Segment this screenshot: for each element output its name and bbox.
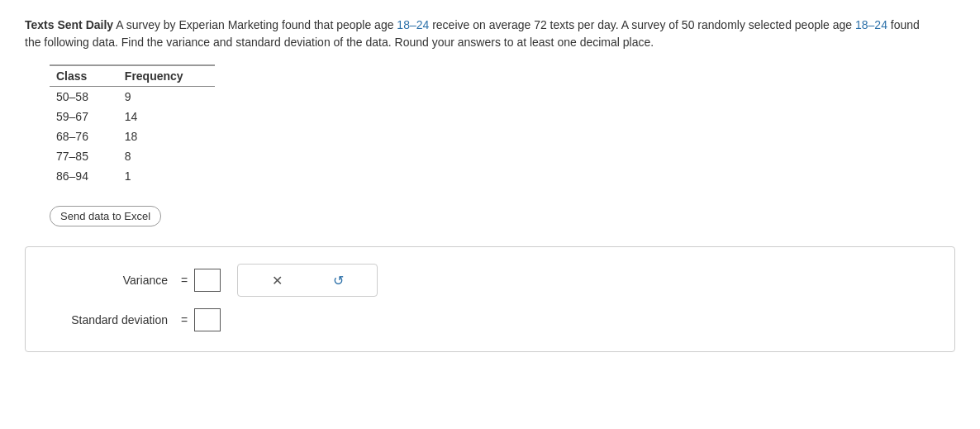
- table-row: 68–76 18: [50, 126, 215, 146]
- class-cell: 86–94: [50, 166, 118, 186]
- frequency-column-header: Frequency: [118, 65, 215, 87]
- std-dev-input[interactable]: [194, 308, 221, 331]
- variance-equals: =: [174, 274, 194, 287]
- data-table-container: Class Frequency 50–58 9 59–67 14 68–76 1…: [50, 64, 955, 186]
- variance-input[interactable]: [194, 269, 221, 292]
- std-dev-label: Standard deviation: [50, 313, 174, 327]
- intro-title: Texts Sent Daily: [25, 18, 113, 31]
- variance-feedback-box: ✕ ↺: [237, 264, 378, 297]
- undo-icon[interactable]: ↺: [333, 273, 344, 288]
- frequency-cell: 14: [118, 107, 215, 126]
- send-excel-button[interactable]: Send data to Excel: [50, 206, 161, 226]
- age-range-1: 18–24: [397, 18, 429, 31]
- std-dev-row: Standard deviation =: [50, 308, 930, 331]
- table-row: 77–85 8: [50, 146, 215, 166]
- intro-paragraph: Texts Sent Daily A survey by Experian Ma…: [25, 17, 934, 51]
- table-row: 50–58 9: [50, 87, 215, 107]
- table-row: 86–94 1: [50, 166, 215, 186]
- frequency-cell: 1: [118, 166, 215, 186]
- std-dev-equals: =: [174, 313, 194, 327]
- table-row: 59–67 14: [50, 107, 215, 126]
- frequency-cell: 18: [118, 126, 215, 146]
- class-cell: 50–58: [50, 87, 118, 107]
- x-icon[interactable]: ✕: [272, 273, 283, 288]
- intro-body: A survey by Experian Marketing found tha…: [25, 18, 920, 49]
- answer-box: Variance = ✕ ↺ Standard deviation =: [25, 246, 955, 352]
- age-range-2: 18–24: [855, 18, 887, 31]
- variance-label: Variance: [50, 274, 174, 287]
- frequency-cell: 8: [118, 146, 215, 166]
- class-cell: 77–85: [50, 146, 118, 166]
- class-column-header: Class: [50, 65, 118, 87]
- class-cell: 59–67: [50, 107, 118, 126]
- variance-row: Variance = ✕ ↺: [50, 264, 930, 297]
- class-cell: 68–76: [50, 126, 118, 146]
- frequency-table: Class Frequency 50–58 9 59–67 14 68–76 1…: [50, 64, 215, 186]
- frequency-cell: 9: [118, 87, 215, 107]
